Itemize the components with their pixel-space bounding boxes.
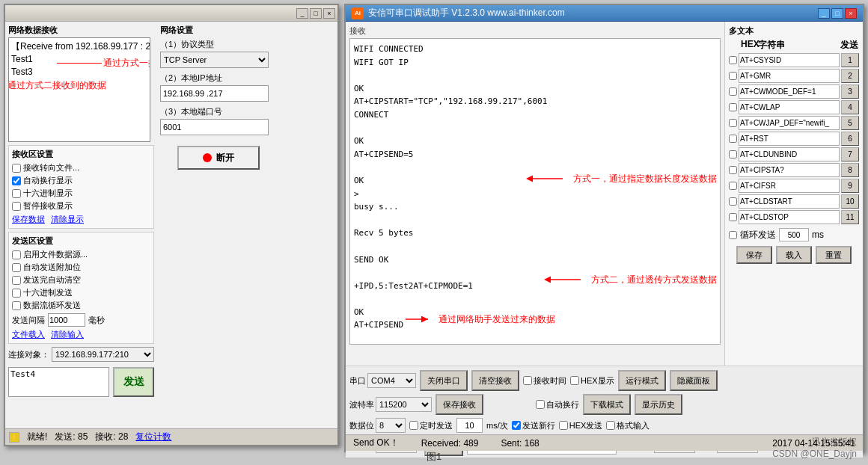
send-hex-checkbox[interactable] bbox=[12, 289, 21, 298]
multitext-hex-checkbox-1[interactable] bbox=[729, 56, 737, 64]
clear-display-link[interactable]: 清除显示 bbox=[51, 214, 84, 225]
multitext-hex-checkbox-4[interactable] bbox=[729, 103, 737, 111]
format-input-checkbox[interactable] bbox=[606, 421, 615, 430]
multitext-hex-checkbox-5[interactable] bbox=[729, 119, 737, 127]
multitext-hex-checkbox-8[interactable] bbox=[729, 166, 737, 174]
protocol-select[interactable]: TCP Server bbox=[160, 52, 269, 68]
minimize-button[interactable]: _ bbox=[296, 8, 308, 19]
timer-send-checkbox[interactable] bbox=[409, 421, 418, 430]
loop-send-checkbox[interactable] bbox=[729, 231, 737, 239]
multitext-send-btn-10[interactable]: 10 bbox=[841, 194, 859, 209]
multitext-send-btn-2[interactable]: 2 bbox=[841, 69, 859, 83]
multitext-hex-checkbox-2[interactable] bbox=[729, 72, 737, 80]
multitext-send-btn-6[interactable]: 6 bbox=[841, 132, 859, 146]
timer-value-input[interactable] bbox=[456, 418, 483, 433]
hex-send-checkbox[interactable] bbox=[559, 421, 568, 430]
multitext-send-btn-4[interactable]: 4 bbox=[841, 100, 859, 114]
send-newline-label: 发送新行 bbox=[522, 420, 555, 431]
send-newline-checkbox[interactable] bbox=[512, 421, 521, 430]
clear-recv-btn[interactable]: 清空接收 bbox=[471, 370, 519, 391]
loop-value-input[interactable] bbox=[779, 228, 809, 241]
recv-file-label: 接收转向文件... bbox=[23, 162, 79, 173]
ai-logo-icon: Ai bbox=[352, 7, 364, 19]
clear-input-link[interactable]: 清除输入 bbox=[51, 329, 84, 340]
multitext-hex-checkbox-9[interactable] bbox=[729, 182, 737, 190]
controls-row1b: 波特率 115200 保存接收 自动换行 下载模式 显示历史 bbox=[349, 394, 859, 415]
recv-hex-checkbox[interactable] bbox=[12, 189, 21, 198]
net-settings-title: 网络设置 bbox=[160, 25, 276, 36]
reset-multitext-btn[interactable]: 重置 bbox=[816, 246, 852, 264]
multitext-hex-checkbox-3[interactable] bbox=[729, 87, 737, 96]
multitext-hex-checkbox-7[interactable] bbox=[729, 150, 737, 158]
multitext-send-btn-7[interactable]: 7 bbox=[841, 147, 859, 161]
multitext-input-4[interactable] bbox=[739, 100, 840, 114]
multitext-input-8[interactable] bbox=[739, 163, 840, 177]
right-minimize-button[interactable]: _ bbox=[818, 8, 830, 19]
port-input[interactable] bbox=[160, 119, 269, 135]
left-send-textarea[interactable]: Test4 bbox=[8, 367, 109, 397]
multitext-send-btn-11[interactable]: 11 bbox=[841, 210, 859, 224]
multitext-input-1[interactable] bbox=[739, 53, 840, 67]
multitext-input-5[interactable] bbox=[739, 116, 840, 130]
hide-panel-btn[interactable]: 隐藏面板 bbox=[670, 370, 718, 391]
maximize-button[interactable]: □ bbox=[310, 8, 322, 19]
receive-panel: 接收 WIFI CONNECTED WIFI GOT IP OK AT+CIPS… bbox=[346, 22, 724, 366]
left-send-button[interactable]: 发送 bbox=[113, 367, 154, 397]
auto-wrap-checkbox[interactable] bbox=[536, 400, 545, 409]
multitext-send-btn-8[interactable]: 8 bbox=[841, 163, 859, 177]
connect-target-select[interactable]: 192.168.99.177:210 bbox=[52, 347, 154, 362]
databits-select[interactable]: 8 bbox=[376, 418, 406, 433]
hex-header: HEX bbox=[741, 39, 754, 52]
recv-time-checkbox[interactable] bbox=[523, 376, 532, 385]
baud-select[interactable]: 115200 bbox=[376, 397, 432, 412]
send-loop-checkbox[interactable] bbox=[12, 301, 21, 310]
multitext-input-10[interactable] bbox=[739, 194, 840, 209]
send-autoappend-checkbox[interactable] bbox=[12, 263, 21, 272]
show-history-btn[interactable]: 显示历史 bbox=[635, 394, 682, 415]
multitext-send-btn-9[interactable]: 9 bbox=[841, 179, 859, 193]
run-mode-btn[interactable]: 运行模式 bbox=[618, 370, 666, 391]
multitext-hex-checkbox-10[interactable] bbox=[729, 197, 737, 206]
multitext-row-6: 6 bbox=[729, 132, 859, 146]
multitext-hex-checkbox-11[interactable] bbox=[729, 213, 737, 221]
multitext-hex-checkbox-6[interactable] bbox=[729, 135, 737, 143]
hex-display-checkbox[interactable] bbox=[570, 376, 579, 385]
ip-input[interactable] bbox=[160, 85, 269, 102]
multitext-input-7[interactable] bbox=[739, 147, 840, 161]
right-close-button[interactable]: × bbox=[845, 8, 857, 19]
save-recv-btn[interactable]: 保存接收 bbox=[435, 394, 483, 415]
recv-file-checkbox[interactable] bbox=[12, 164, 21, 173]
multitext-send-btn-1[interactable]: 1 bbox=[841, 53, 859, 67]
download-mode-btn[interactable]: 下载模式 bbox=[583, 394, 631, 415]
protocol-section: （1）协议类型 TCP Server bbox=[160, 39, 276, 68]
close-port-btn[interactable]: 关闭串口 bbox=[420, 370, 468, 391]
multitext-send-btn-3[interactable]: 3 bbox=[841, 84, 859, 99]
multitext-input-2[interactable] bbox=[739, 69, 840, 83]
multitext-row-3: 3 bbox=[729, 84, 859, 99]
multitext-input-11[interactable] bbox=[739, 210, 840, 224]
send-file-checkbox[interactable] bbox=[12, 250, 21, 259]
timer-send-ctrl: 定时发送 bbox=[409, 420, 453, 431]
save-multitext-btn[interactable]: 保存 bbox=[736, 246, 772, 264]
multitext-send-btn-5[interactable]: 5 bbox=[841, 116, 859, 130]
recv-option-4: 暂停接收显示 bbox=[12, 200, 150, 212]
multitext-input-9[interactable] bbox=[739, 179, 840, 193]
multitext-row-8: 8 bbox=[729, 163, 859, 177]
recv-pause-checkbox[interactable] bbox=[12, 202, 21, 211]
file-load-link[interactable]: 文件载入 bbox=[12, 329, 45, 340]
status-icon: ⚡ bbox=[9, 432, 19, 443]
left-send-area: Test4 发送 bbox=[8, 367, 154, 397]
close-button[interactable]: × bbox=[323, 8, 335, 19]
left-window: _ □ × 网络数据接收 【Receive from 192.168.99.17… bbox=[4, 4, 339, 446]
port-select[interactable]: COM4 bbox=[367, 373, 416, 388]
send-interval-input[interactable] bbox=[48, 313, 85, 327]
reset-count-link[interactable]: 复位计数 bbox=[135, 431, 171, 443]
send-autoclear-checkbox[interactable] bbox=[12, 276, 21, 285]
disconnect-button[interactable]: 断开 bbox=[177, 146, 260, 170]
right-maximize-button[interactable]: □ bbox=[831, 8, 843, 19]
recv-autowrap-checkbox[interactable] bbox=[12, 176, 21, 185]
multitext-input-3[interactable] bbox=[739, 84, 840, 99]
load-multitext-btn[interactable]: 载入 bbox=[776, 246, 812, 264]
multitext-input-6[interactable] bbox=[739, 132, 840, 146]
save-data-link[interactable]: 保存数据 bbox=[12, 214, 45, 225]
